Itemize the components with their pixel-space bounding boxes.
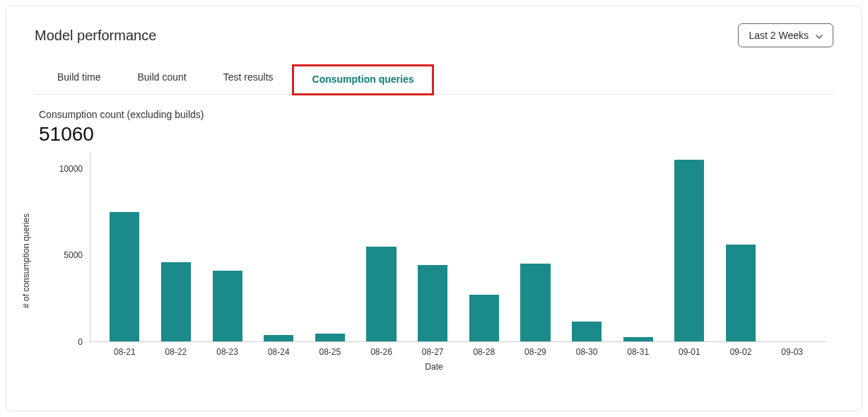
bar-slot: 09-02 [715, 151, 767, 341]
bar [315, 334, 345, 341]
chevron-down-icon [816, 30, 823, 41]
y-axis-label: # of consumption queries [21, 213, 31, 308]
bar-slot: 08-23 [201, 151, 253, 341]
tabs: Build timeBuild countTest resultsConsump… [35, 64, 833, 95]
bar-slot: 08-29 [510, 151, 561, 341]
y-axis: 0500010000 [52, 151, 87, 342]
bar [520, 264, 550, 341]
metric-value: 51060 [39, 123, 833, 146]
bar-slot: 08-26 [356, 151, 407, 341]
bar [110, 212, 139, 341]
tab-build-count[interactable]: Build count [119, 64, 204, 94]
bar [264, 335, 293, 341]
x-tick: 09-03 [781, 347, 803, 357]
header-row: Model performance Last 2 Weeks [35, 23, 833, 47]
bar-slot: 08-25 [305, 151, 356, 341]
x-tick: 08-28 [473, 347, 495, 357]
x-tick: 08-23 [216, 347, 238, 357]
y-tick: 5000 [52, 250, 83, 260]
x-tick: 08-31 [627, 347, 649, 357]
x-tick: 08-26 [370, 347, 392, 357]
bar-slot: 08-31 [612, 151, 664, 341]
x-tick: 08-25 [319, 347, 341, 357]
bar [366, 247, 396, 342]
x-tick: 08-29 [524, 347, 546, 357]
bar-slot: 08-30 [561, 151, 613, 341]
tab-build-time[interactable]: Build time [39, 64, 119, 94]
metric-block: Consumption count (excluding builds) 510… [39, 109, 833, 146]
bar-slot: 08-21 [99, 151, 151, 341]
bar [418, 265, 447, 341]
bar [469, 295, 499, 341]
x-tick: 09-01 [679, 347, 700, 357]
x-tick: 08-30 [576, 347, 598, 357]
tab-test-results[interactable]: Test results [205, 64, 292, 94]
page-title: Model performance [35, 28, 156, 44]
time-range-dropdown[interactable]: Last 2 Weeks [738, 23, 833, 47]
bar [213, 271, 242, 341]
x-tick: 09-02 [730, 347, 752, 357]
bar [726, 245, 756, 341]
bar-slot: 08-28 [458, 151, 510, 341]
chart: # of consumption queries 0500010000 08-2… [35, 151, 833, 370]
bar-slot: 09-03 [766, 151, 818, 341]
bar-slot: 08-24 [253, 151, 305, 341]
bar [572, 322, 602, 341]
model-performance-card: Model performance Last 2 Weeks Build tim… [6, 6, 862, 411]
y-tick: 0 [52, 337, 83, 347]
dropdown-label: Last 2 Weeks [749, 30, 809, 41]
x-tick: 08-21 [114, 347, 136, 357]
x-axis-label: Date [425, 362, 442, 372]
bar-slot: 08-27 [407, 151, 459, 341]
x-tick: 08-24 [268, 347, 290, 357]
bar [674, 160, 704, 341]
plot-area: 08-2108-2208-2308-2408-2508-2608-2708-28… [90, 151, 826, 342]
bar [623, 337, 653, 341]
bar [161, 262, 191, 341]
tab-consumption-queries[interactable]: Consumption queries [292, 64, 435, 95]
bar-slot: 09-01 [664, 151, 715, 341]
x-tick: 08-22 [165, 347, 187, 357]
bar-slot: 08-22 [151, 151, 202, 341]
x-tick: 08-27 [422, 347, 444, 357]
metric-label: Consumption count (excluding builds) [39, 109, 833, 120]
y-tick: 10000 [52, 164, 83, 174]
